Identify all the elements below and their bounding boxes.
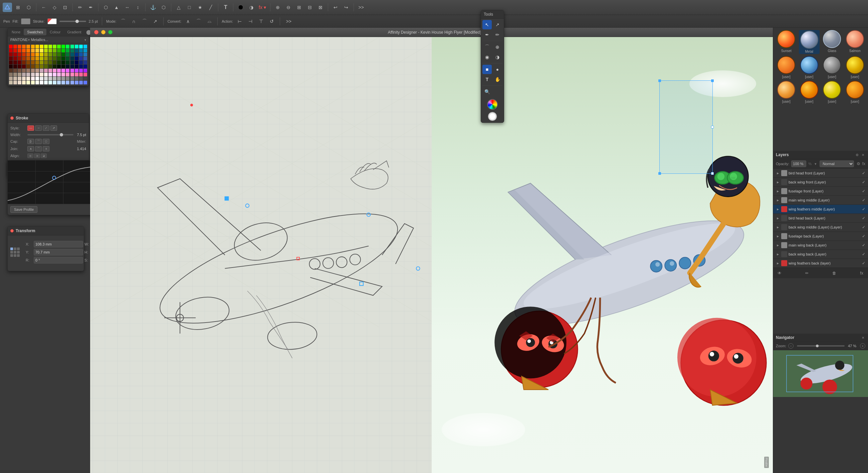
color-swatch-item[interactable] xyxy=(75,49,79,53)
layer-check-2[interactable]: ✓ xyxy=(862,189,865,194)
color-swatch-item[interactable] xyxy=(70,77,74,80)
grid-btn[interactable]: ⊞ xyxy=(294,3,304,12)
color-wheel-btn[interactable] xyxy=(236,3,245,12)
color-swatch-item[interactable] xyxy=(66,61,69,64)
layer-item[interactable]: ▶ main wing middle (Layer) ✓ xyxy=(773,196,868,205)
pen-tool-btn[interactable]: ✏ xyxy=(75,3,85,12)
gradient-tool[interactable]: ◑ xyxy=(493,53,502,62)
color-swatch-item[interactable] xyxy=(70,65,74,68)
color-swatch-item[interactable] xyxy=(61,49,65,53)
layer-delete-btn[interactable]: 🗑 xyxy=(831,270,838,277)
color-swatch-item[interactable] xyxy=(22,65,26,68)
layers-fx-btn[interactable]: fx xyxy=(862,162,865,166)
color-swatch-item[interactable] xyxy=(44,77,48,80)
color-swatch-item[interactable] xyxy=(18,49,21,53)
color-swatch-item[interactable] xyxy=(53,53,56,56)
color-swatch-item[interactable] xyxy=(18,81,21,85)
color-swatch-item[interactable] xyxy=(53,61,56,64)
tl-minimize[interactable] xyxy=(101,30,105,34)
color-swatch-item[interactable] xyxy=(57,49,61,53)
layer-item[interactable]: ▶ fuselage back (Layer) ✓ xyxy=(773,232,868,241)
swatches-expand[interactable]: ▾ xyxy=(85,38,86,42)
color-swatch-item[interactable] xyxy=(35,65,39,68)
color-swatch-item[interactable] xyxy=(22,57,26,60)
color-swatch-item[interactable] xyxy=(75,61,79,64)
color-swatch-item[interactable] xyxy=(40,45,43,48)
color-swatch-item[interactable] xyxy=(49,53,52,56)
color-swatch-item[interactable] xyxy=(61,73,65,76)
color-swatch-item[interactable] xyxy=(31,81,35,85)
color-swatch-item[interactable] xyxy=(44,61,48,64)
color-swatch-item[interactable] xyxy=(70,45,74,48)
color-swatch-item[interactable] xyxy=(84,49,87,53)
color-swatch-item[interactable] xyxy=(9,61,13,64)
color-swatch-item[interactable] xyxy=(31,45,35,48)
rect-tool[interactable]: ■ xyxy=(483,65,492,74)
color-swatch-item[interactable] xyxy=(84,77,87,80)
transform-btn[interactable]: ⊡ xyxy=(60,3,70,12)
color-swatch-item[interactable] xyxy=(44,57,48,60)
stroke-solid-btn[interactable]: — xyxy=(27,126,34,131)
color-swatch-item[interactable] xyxy=(57,45,61,48)
color-swatch-item[interactable] xyxy=(66,65,69,68)
tools-color-wheel[interactable] xyxy=(487,99,498,110)
color-swatch-item[interactable] xyxy=(26,57,30,60)
color-swatch-item[interactable] xyxy=(26,69,30,72)
style-user3[interactable]: [user] xyxy=(822,56,843,79)
color-swatch-item[interactable] xyxy=(75,81,79,85)
color-swatch-item[interactable] xyxy=(13,57,17,60)
color-swatch-item[interactable] xyxy=(49,49,52,53)
layer-fx-footer-btn[interactable]: fx xyxy=(858,270,865,277)
join-round-btn[interactable]: ⌒ xyxy=(35,146,42,151)
flip-v-btn[interactable]: ↕ xyxy=(133,3,143,12)
style-user5[interactable]: [user] xyxy=(776,81,797,103)
layer-check-6[interactable]: ✓ xyxy=(862,225,865,230)
color-swatch-item[interactable] xyxy=(13,49,17,53)
color-swatch-item[interactable] xyxy=(26,53,30,56)
text-tool[interactable]: T xyxy=(483,75,492,84)
layer-add-btn[interactable]: ✏ xyxy=(803,270,811,277)
stroke-dash3-btn[interactable]: ↗ xyxy=(51,126,57,131)
action-btn1[interactable]: ⊢ xyxy=(236,18,244,25)
color-swatch-item[interactable] xyxy=(13,73,17,76)
layer-expand-2[interactable]: ▶ xyxy=(776,189,780,193)
layers-opacity-gear[interactable]: ⚙ xyxy=(857,162,860,166)
layer-item[interactable]: ▶ back wing middle (Layer) (Layer) ✓ xyxy=(773,223,868,232)
color-swatch-item[interactable] xyxy=(61,65,65,68)
layer-expand-5[interactable]: ▶ xyxy=(776,216,780,220)
color-swatch-item[interactable] xyxy=(40,69,43,72)
color-swatch-item[interactable] xyxy=(13,61,17,64)
color-swatch-item[interactable] xyxy=(18,73,21,76)
tl-maximize[interactable] xyxy=(108,30,113,34)
color-swatch-item[interactable] xyxy=(84,73,87,76)
color-swatch-item[interactable] xyxy=(84,61,87,64)
layer-expand-8[interactable]: ▶ xyxy=(776,243,780,247)
tab-none[interactable]: None xyxy=(8,29,24,35)
snap-btn[interactable]: ⊟ xyxy=(305,3,314,12)
color-swatch-item[interactable] xyxy=(35,81,39,85)
color-swatch-item[interactable] xyxy=(66,49,69,53)
style-user1[interactable]: [user] xyxy=(776,56,797,79)
color-swatch-item[interactable] xyxy=(18,61,21,64)
color-swatch-item[interactable] xyxy=(84,45,87,48)
back-btn[interactable]: ← xyxy=(39,3,49,12)
brush-tool[interactable]: ⌒ xyxy=(483,42,492,52)
color-swatch-item[interactable] xyxy=(70,53,74,56)
layer-check-10[interactable]: ✓ xyxy=(862,261,865,266)
anchor-tl[interactable] xyxy=(10,247,13,250)
more-options-btn[interactable]: >> xyxy=(284,17,293,26)
hand-tool[interactable]: ✋ xyxy=(493,75,502,84)
color-swatch-item[interactable] xyxy=(61,57,65,60)
color-swatch-item[interactable] xyxy=(31,77,35,80)
color-swatch-item[interactable] xyxy=(70,57,74,60)
layer-check-1[interactable]: ✓ xyxy=(862,180,865,184)
layer-item[interactable]: ▶ back wing front (Layer) ✓ xyxy=(773,178,868,187)
nav-preview[interactable] xyxy=(773,350,868,397)
color-swatch-item[interactable] xyxy=(31,65,35,68)
zoom-in-btn[interactable]: ⊕ xyxy=(273,3,282,12)
color-swatch-item[interactable] xyxy=(9,73,13,76)
color-swatch-item[interactable] xyxy=(79,49,83,53)
color-swatch-item[interactable] xyxy=(61,61,65,64)
layers-gear-btn[interactable]: ⚙ xyxy=(855,153,859,157)
anchor-mr[interactable] xyxy=(17,251,20,254)
